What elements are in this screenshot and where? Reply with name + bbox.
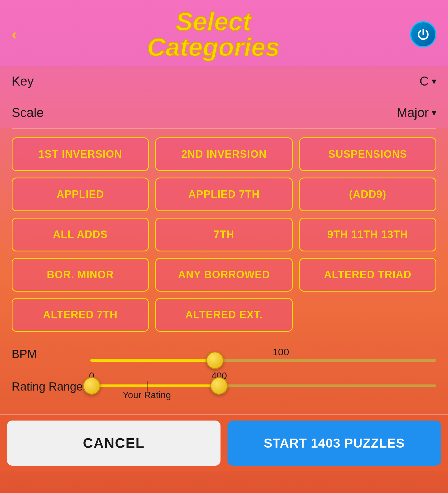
category-btn-add9[interactable]: (ADD9)	[299, 178, 436, 211]
scale-row: Scale Major ▾	[0, 97, 448, 128]
rating-range-label: Rating Range	[12, 380, 83, 393]
range-track	[92, 384, 436, 387]
category-btn-altered-ext[interactable]: ALTERED EXT.	[155, 298, 292, 332]
title-line2: Categories	[147, 34, 280, 60]
category-btn-1st-inversion[interactable]: 1ST INVERSION	[12, 137, 149, 171]
bpm-thumb[interactable]	[206, 352, 224, 369]
category-btn-7th[interactable]: 7TH	[155, 218, 292, 251]
key-selector[interactable]: C ▾	[419, 74, 436, 88]
scale-value: Major	[397, 105, 429, 120]
category-btn-altered-triad[interactable]: ALTERED TRIAD	[299, 258, 436, 292]
start-puzzles-button[interactable]: START 1403 PUZZLES	[227, 421, 441, 466]
key-value: C	[419, 74, 429, 88]
bpm-label: BPM	[12, 347, 82, 361]
range-fill	[92, 384, 219, 387]
category-btn-suspensions[interactable]: SUSPENSIONS	[299, 137, 436, 171]
your-rating-label: Your Rating	[123, 390, 171, 400]
bpm-value-label: 100	[125, 346, 436, 358]
key-dropdown-arrow: ▾	[432, 76, 436, 87]
sliders-section: BPM 100 Rating Range 0 400	[0, 341, 448, 411]
bpm-track	[90, 359, 436, 362]
category-btn-applied-7th[interactable]: APPLIED 7TH	[155, 178, 292, 211]
bpm-fill	[90, 359, 215, 362]
category-btn-applied[interactable]: APPLIED	[12, 178, 149, 211]
category-btn-all-adds[interactable]: ALL ADDS	[12, 218, 149, 251]
power-button[interactable]	[410, 21, 436, 47]
back-button[interactable]: ‹	[12, 26, 17, 43]
rating-range-slider: 0 400 Your Rating	[92, 370, 436, 402]
category-btn-bor-minor[interactable]: BOR. MINOR	[12, 258, 149, 292]
category-btn-any-borrowed[interactable]: ANY BORROWED	[155, 258, 292, 292]
page-title: Select Categories	[147, 9, 280, 60]
scale-selector[interactable]: Major ▾	[397, 105, 436, 120]
header: ‹ Select Categories	[0, 0, 448, 66]
cancel-button[interactable]: CANCEL	[7, 421, 221, 466]
key-row: Key C ▾	[0, 66, 448, 97]
scale-label: Scale	[12, 105, 44, 120]
category-btn-altered-7th[interactable]: ALTERED 7TH	[12, 298, 149, 332]
category-btn-2nd-inversion[interactable]: 2ND INVERSION	[155, 137, 292, 171]
power-icon	[416, 27, 431, 42]
categories-grid: 1ST INVERSION2ND INVERSIONSUSPENSIONSAPP…	[0, 129, 448, 341]
rating-range-section: Rating Range 0 400 Your Rating	[12, 370, 436, 402]
scale-dropdown-arrow: ▾	[432, 107, 436, 118]
bpm-slider-container: 100	[90, 346, 436, 362]
category-btn-9th-11th-13th[interactable]: 9TH 11TH 13TH	[299, 218, 436, 251]
title-line1: Select	[147, 9, 280, 34]
bottom-bar: CANCEL START 1403 PUZZLES	[0, 414, 448, 471]
bpm-row: BPM 100	[12, 346, 436, 362]
key-label: Key	[12, 74, 34, 88]
